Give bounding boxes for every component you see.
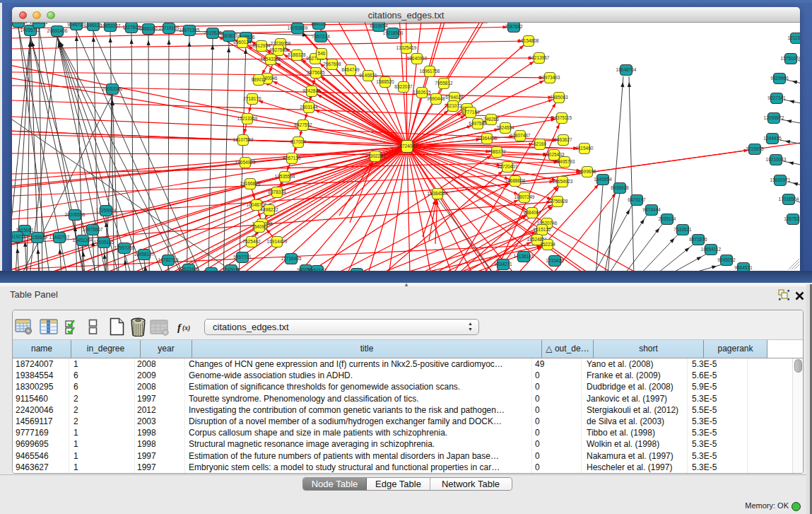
svg-text:19218506: 19218506 (383, 30, 404, 35)
svg-text:9046731: 9046731 (67, 23, 86, 27)
svg-text:8427552: 8427552 (294, 122, 312, 127)
svg-text:17375115: 17375115 (552, 115, 572, 120)
svg-text:10958127: 10958127 (134, 252, 155, 257)
svg-text:13325419: 13325419 (396, 45, 417, 50)
svg-text:9699695: 9699695 (578, 169, 596, 174)
svg-text:8471676: 8471676 (689, 237, 707, 242)
svg-text:9334271: 9334271 (494, 262, 512, 267)
svg-text:18640910: 18640910 (407, 56, 428, 61)
svg-text:10719185: 10719185 (159, 25, 180, 30)
svg-text:8938928: 8938928 (611, 185, 629, 190)
svg-text:989012: 989012 (251, 77, 266, 82)
svg-text:10853267: 10853267 (100, 23, 121, 28)
svg-text:14136141: 14136141 (514, 254, 534, 259)
svg-text:20206556: 20206556 (65, 212, 86, 217)
svg-text:6497568: 6497568 (469, 121, 487, 126)
svg-text:2935114: 2935114 (659, 216, 676, 221)
svg-text:19166825: 19166825 (240, 181, 261, 186)
svg-text:9115460: 9115460 (576, 146, 594, 151)
svg-text:884131: 884131 (311, 23, 326, 26)
svg-text:8322037: 8322037 (394, 84, 413, 89)
svg-text:(x): (x) (182, 325, 190, 332)
svg-text:16961758: 16961758 (420, 69, 440, 74)
svg-text:9146821: 9146821 (359, 73, 377, 78)
svg-text:2087682: 2087682 (505, 24, 523, 29)
svg-text:16648764: 16648764 (616, 67, 637, 72)
svg-text:6466160: 6466160 (139, 26, 158, 31)
svg-text:15692971: 15692971 (770, 177, 791, 182)
svg-text:2967608: 2967608 (323, 62, 341, 66)
svg-text:19384554: 19384554 (428, 191, 448, 196)
svg-text:62160: 62160 (534, 141, 546, 146)
svg-text:2718176: 2718176 (243, 96, 261, 101)
svg-text:17359924: 17359924 (96, 208, 117, 213)
svg-text:18724007: 18724007 (397, 144, 418, 148)
svg-text:3824554: 3824554 (496, 125, 514, 130)
svg-text:6794028: 6794028 (445, 95, 464, 100)
svg-text:10025433: 10025433 (544, 152, 565, 157)
svg-text:18807249: 18807249 (514, 194, 535, 199)
svg-text:9463627: 9463627 (554, 137, 572, 142)
svg-text:252234: 252234 (540, 242, 555, 247)
svg-text:1267531: 1267531 (784, 216, 800, 221)
svg-text:10688609: 10688609 (505, 178, 526, 183)
svg-text:2064131: 2064131 (30, 23, 48, 25)
svg-text:19654923: 19654923 (235, 160, 256, 165)
svg-text:9777169: 9777169 (461, 110, 480, 115)
svg-text:9464531: 9464531 (734, 265, 753, 270)
svg-text:17016504: 17016504 (779, 197, 799, 201)
svg-text:16671385: 16671385 (180, 28, 200, 33)
svg-text:9457791: 9457791 (233, 255, 252, 259)
svg-text:16210043: 16210043 (766, 157, 787, 162)
svg-text:3319212: 3319212 (12, 234, 26, 239)
svg-text:7663821: 7663821 (220, 33, 238, 38)
svg-text:20053346: 20053346 (102, 86, 123, 91)
svg-text:15720407: 15720407 (498, 164, 518, 169)
svg-text:9527508: 9527508 (269, 47, 288, 52)
svg-text:18495793: 18495793 (555, 159, 575, 164)
svg-text:8186328: 8186328 (288, 52, 306, 57)
svg-text:1903561: 1903561 (12, 23, 28, 24)
svg-text:7515526: 7515526 (204, 30, 222, 35)
svg-text:8960124: 8960124 (233, 40, 252, 45)
svg-text:4498222: 4498222 (260, 207, 278, 212)
svg-text:6479197: 6479197 (628, 197, 646, 202)
svg-text:7986372: 7986372 (488, 149, 506, 154)
svg-text:9227341: 9227341 (767, 95, 786, 100)
svg-text:8813054: 8813054 (370, 23, 388, 28)
svg-text:13654923: 13654923 (553, 179, 573, 184)
svg-text:1615132: 1615132 (533, 227, 551, 232)
svg-text:20364436: 20364436 (477, 136, 498, 141)
svg-text:1640954: 1640954 (594, 177, 612, 182)
svg-text:13451394: 13451394 (73, 238, 93, 243)
svg-text:16107553: 16107553 (233, 137, 254, 142)
svg-text:13535594: 13535594 (275, 174, 295, 179)
svg-text:7485063: 7485063 (550, 95, 568, 100)
svg-text:154093: 154093 (252, 224, 267, 229)
svg-text:12213369: 12213369 (237, 116, 258, 121)
svg-text:7632621: 7632621 (673, 227, 692, 232)
svg-text:1244415: 1244415 (763, 136, 782, 141)
svg-text:8878334: 8878334 (268, 189, 286, 194)
svg-text:3875685: 3875685 (307, 70, 325, 75)
svg-text:1211503: 1211503 (788, 35, 800, 40)
svg-text:8912954: 8912954 (252, 43, 271, 48)
svg-text:16053809: 16053809 (288, 25, 308, 30)
svg-text:12093872: 12093872 (764, 115, 784, 120)
svg-text:817004: 817004 (290, 139, 306, 144)
svg-text:1527602: 1527602 (122, 25, 141, 30)
svg-text:1588520: 1588520 (376, 79, 394, 84)
svg-text:11156829: 11156829 (28, 235, 47, 240)
svg-text:19756928: 19756928 (548, 199, 568, 204)
svg-text:15716485: 15716485 (281, 256, 302, 261)
svg-text:13442757: 13442757 (49, 235, 70, 240)
svg-text:7857224: 7857224 (312, 34, 330, 39)
svg-text:3215955: 3215955 (746, 146, 764, 151)
svg-text:12505185: 12505185 (94, 240, 114, 245)
svg-text:546: 546 (318, 51, 326, 56)
svg-text:15751074: 15751074 (781, 56, 800, 61)
svg-text:9242848: 9242848 (302, 88, 321, 93)
svg-text:1733426: 1733426 (546, 258, 564, 263)
svg-text:16782759: 16782759 (158, 257, 179, 262)
svg-text:f: f (177, 322, 182, 333)
